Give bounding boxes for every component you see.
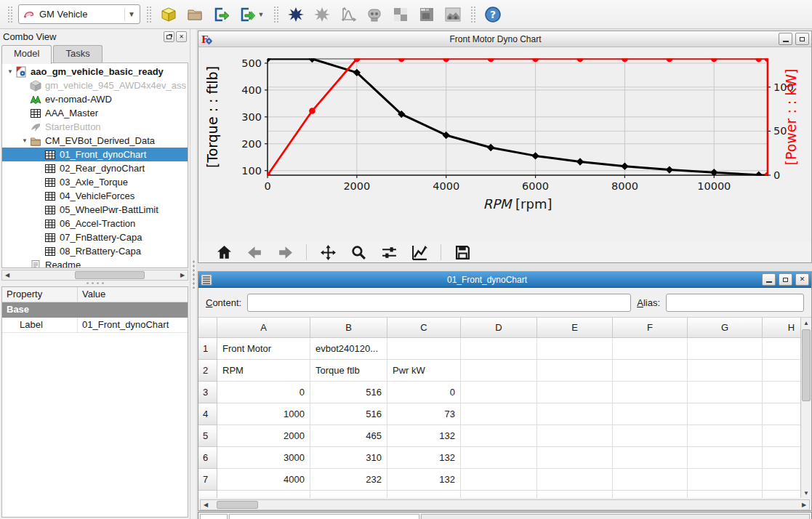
cell-D5[interactable] <box>461 425 537 447</box>
scroll-up-icon[interactable]: ▲ <box>801 318 811 328</box>
plot-home-button[interactable] <box>214 243 233 262</box>
plot-forward-button[interactable] <box>276 243 294 262</box>
panel-splitter[interactable] <box>190 29 196 519</box>
cell-C1[interactable] <box>387 338 461 360</box>
row-header-2[interactable]: 2 <box>198 360 217 382</box>
cell-B4[interactable]: 516 <box>310 403 387 425</box>
cell-C2[interactable]: Pwr kW <box>387 360 461 382</box>
property-row-label[interactable]: Label 01_Front_dynoChart <box>2 318 188 333</box>
cell-G6[interactable] <box>688 447 763 469</box>
background-window-strip[interactable] <box>198 512 812 519</box>
dock-splitter-handle[interactable] <box>0 281 190 285</box>
cell-E8[interactable] <box>537 491 613 498</box>
dock-float-button[interactable] <box>164 31 174 42</box>
property-value[interactable]: 01_Front_dynoChart <box>78 318 188 333</box>
plot-save-button[interactable] <box>453 243 472 262</box>
row-header-5[interactable]: 5 <box>198 425 217 447</box>
cell-B2[interactable]: Torque ftlb <box>310 360 387 382</box>
cell-H1[interactable] <box>763 338 800 360</box>
cell-H5[interactable] <box>763 425 800 447</box>
sheet-vertical-scrollbar[interactable]: ▲ ▼ <box>800 318 811 498</box>
cell-E6[interactable] <box>537 447 613 469</box>
cell-E3[interactable] <box>537 382 613 403</box>
cell-B3[interactable]: 516 <box>310 382 387 403</box>
toolbar-grip[interactable] <box>470 6 475 23</box>
plot-customize-button[interactable] <box>410 243 429 262</box>
robot-button[interactable] <box>363 3 386 26</box>
scrollbar-thumb[interactable] <box>75 271 144 279</box>
distribution-plot-button[interactable] <box>337 3 360 26</box>
cell-D7[interactable] <box>461 469 537 491</box>
cell-H4[interactable] <box>763 403 800 425</box>
cell-G4[interactable] <box>688 403 763 425</box>
spreadsheet-grid[interactable]: ABCDEFGH1Front Motorevbot240120...2RPMTo… <box>198 318 800 498</box>
tree-item-03_Axle_Torque[interactable]: 03_Axle_Torque <box>2 175 188 189</box>
cell-F8[interactable] <box>613 491 688 498</box>
cell-D3[interactable] <box>461 382 537 403</box>
scroll-right-icon[interactable]: ▶ <box>799 500 809 510</box>
cell-A7[interactable]: 4000 <box>217 469 310 491</box>
row-header-4[interactable]: 4 <box>198 403 217 425</box>
minimize-button[interactable] <box>779 33 792 45</box>
row-header-8[interactable]: 8 <box>198 491 217 498</box>
tree-expand-icon[interactable]: ▼ <box>20 137 30 144</box>
cell-A6[interactable]: 3000 <box>217 447 310 469</box>
cell-C8[interactable]: 132 <box>387 491 461 498</box>
scroll-left-icon[interactable]: ◀ <box>2 270 12 280</box>
property-group-base[interactable]: Base <box>2 302 188 318</box>
sheet-corner-cell[interactable] <box>198 318 217 338</box>
row-header-6[interactable]: 6 <box>198 447 217 469</box>
tree-expand-icon[interactable]: ▼ <box>5 68 15 75</box>
column-header-E[interactable]: E <box>537 318 613 338</box>
dock-close-button[interactable]: ✕ <box>176 31 187 42</box>
tree-item-gm_vehicle_945_AWD4x4ev_ass[interactable]: gm_vehicle_945_AWD4x4ev_ass <box>2 79 188 92</box>
star-blue-button[interactable] <box>284 3 307 26</box>
cell-A1[interactable]: Front Motor <box>217 338 310 360</box>
checkerboard-button[interactable] <box>389 3 412 26</box>
cell-H3[interactable] <box>763 382 800 403</box>
tree-item-02_Rear_dynoChart[interactable]: 02_Rear_dynoChart <box>2 161 188 175</box>
cell-G8[interactable] <box>688 491 763 498</box>
tree-item-07_FnBattery-Capa[interactable]: 07_FnBattery-Capa <box>2 230 188 244</box>
cell-G2[interactable] <box>688 360 763 382</box>
cell-content-input[interactable] <box>247 294 631 312</box>
row-header-3[interactable]: 3 <box>198 382 217 403</box>
cell-E5[interactable] <box>537 425 613 447</box>
cell-E1[interactable] <box>537 338 613 360</box>
cell-H8[interactable] <box>763 491 800 498</box>
tree-item-StarterButton[interactable]: StarterButton <box>2 120 188 134</box>
cell-E7[interactable] <box>537 469 613 491</box>
cell-B1[interactable]: evbot240120... <box>310 338 387 360</box>
tree-item-aao_gm_vehicle_basic_ready[interactable]: ▼aao_gm_vehicle_basic_ready <box>2 65 188 79</box>
scrollbar-thumb[interactable] <box>802 329 811 401</box>
cell-A2[interactable]: RPM <box>217 360 310 382</box>
toolbar-grip[interactable] <box>146 6 151 23</box>
cell-F2[interactable] <box>613 360 688 382</box>
open-folder-button[interactable] <box>183 3 206 26</box>
scroll-down-icon[interactable]: ▼ <box>801 488 811 498</box>
cell-F4[interactable] <box>613 403 688 425</box>
column-header-H[interactable]: H <box>763 318 800 338</box>
cell-D6[interactable] <box>461 447 537 469</box>
cell-G3[interactable] <box>688 382 763 403</box>
cell-C7[interactable]: 132 <box>387 469 461 491</box>
sheet-horizontal-scrollbar[interactable]: ◀ ▶ <box>200 499 810 510</box>
cell-B5[interactable]: 465 <box>310 425 387 447</box>
scrollbar-thumb[interactable] <box>217 501 258 509</box>
plot-pan-button[interactable] <box>318 243 337 262</box>
toolbar-grip[interactable] <box>7 6 12 23</box>
cell-H6[interactable] <box>763 447 800 469</box>
cell-B8[interactable]: 186 <box>310 491 387 498</box>
tree-item-CM_EVBot_Derived_Data[interactable]: ▼CM_EVBot_Derived_Data <box>2 134 188 148</box>
cell-G5[interactable] <box>688 425 763 447</box>
cell-D8[interactable] <box>461 491 537 498</box>
column-header-D[interactable]: D <box>461 318 537 338</box>
minimize-button[interactable] <box>762 273 776 286</box>
column-header-B[interactable]: B <box>310 318 387 338</box>
cell-C4[interactable]: 73 <box>387 403 461 425</box>
cell-E4[interactable] <box>537 403 613 425</box>
dyno-chart-canvas[interactable]: 0200040006000800010000100200300400500050… <box>198 47 811 242</box>
tree-item-Readme[interactable]: Readme <box>2 258 188 268</box>
scroll-right-icon[interactable]: ▶ <box>177 270 188 280</box>
column-header-F[interactable]: F <box>613 318 688 338</box>
